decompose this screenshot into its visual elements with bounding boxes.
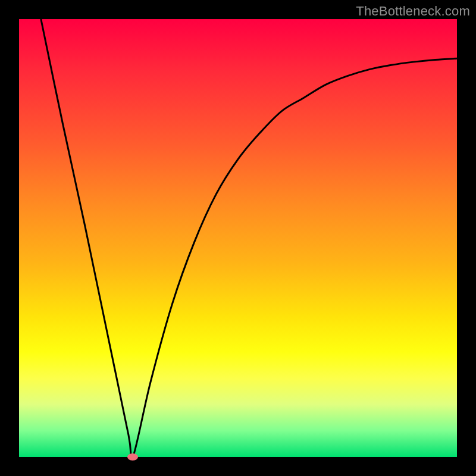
watermark-text: TheBottleneck.com: [356, 4, 470, 19]
bottleneck-curve: [19, 19, 457, 457]
curve-path: [41, 19, 457, 457]
plot-area: [19, 19, 457, 457]
optimum-marker: [127, 453, 138, 461]
